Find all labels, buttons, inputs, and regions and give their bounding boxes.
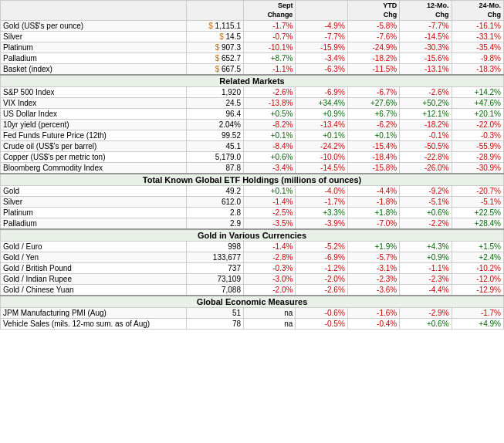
row-pct-4: -18.2%: [400, 120, 452, 130]
row-value: $ 667.5: [187, 64, 244, 76]
row-pct-1: +8.7%: [244, 53, 296, 64]
row-pct-1: -0.3%: [244, 263, 296, 274]
row-pct-3: -3.1%: [347, 263, 399, 274]
row-pct-3: -3.6%: [347, 285, 399, 296]
row-pct-2: -6.3%: [296, 64, 347, 76]
row-pct-5: -55.9%: [452, 141, 503, 152]
row-pct-2: -10.0%: [296, 152, 347, 163]
row-pct-2: -0.6%: [296, 308, 347, 319]
row-pct-1: +0.1%: [244, 186, 296, 197]
row-pct-1: na: [244, 319, 296, 330]
row-pct-3: -1.8%: [347, 197, 399, 208]
row-pct-4: +0.9%: [400, 252, 452, 263]
header-col1: [1, 1, 187, 21]
row-pct-3: -24.9%: [347, 42, 399, 53]
table-row: S&P 500 Index1,920-2.6%-6.9%-6.7%-2.6%+1…: [1, 87, 504, 98]
row-value: 51: [187, 308, 244, 319]
table-row: Silver612.0-1.4%-1.7%-1.8%-5.1%-5.1%: [1, 197, 504, 208]
row-pct-5: +20.1%: [452, 109, 503, 120]
table-row: Fed Funds Future Price (12th)99.52+0.1%+…: [1, 130, 504, 141]
row-pct-5: -1.7%: [452, 308, 503, 319]
row-pct-1: -0.7%: [244, 32, 296, 42]
row-pct-3: -5.7%: [347, 252, 399, 263]
row-pct-5: +22.5%: [452, 208, 503, 218]
row-pct-5: -12.0%: [452, 274, 503, 285]
row-pct-2: -3.9%: [296, 218, 347, 230]
row-label: Palladium: [1, 218, 187, 230]
row-pct-1: -2.0%: [244, 285, 296, 296]
row-pct-5: +2.4%: [452, 252, 503, 263]
row-value: 99.52: [187, 130, 244, 141]
table-row: Vehicle Sales (mils. 12-mo sum. as of Au…: [1, 319, 504, 330]
row-pct-2: -13.4%: [296, 120, 347, 130]
row-value: 45.1: [187, 141, 244, 152]
table-row: Silver$ 14.5-0.7%-7.7%-7.6%-14.5%-33.1%: [1, 32, 504, 42]
row-pct-4: -14.5%: [400, 32, 452, 42]
row-pct-1: -1.4%: [244, 197, 296, 208]
row-pct-2: +34.4%: [296, 98, 347, 109]
table-body: Gold (US$'s per ounce)$ 1,115.1-1.7%-4.9…: [1, 21, 504, 330]
row-pct-2: -6.9%: [296, 87, 347, 98]
row-pct-1: -3.4%: [244, 163, 296, 174]
row-label: Gold: [1, 186, 187, 197]
row-label: JPM Manufacturing PMI (Aug): [1, 308, 187, 319]
row-value: 5,179.0: [187, 152, 244, 163]
row-label: Vehicle Sales (mils. 12-mo sum. as of Au…: [1, 319, 187, 330]
row-pct-4: -7.7%: [400, 21, 452, 32]
row-pct-2: -15.9%: [296, 42, 347, 53]
row-label: Platinum: [1, 208, 187, 218]
row-pct-3: +0.1%: [347, 130, 399, 141]
row-pct-5: +14.2%: [452, 87, 503, 98]
row-pct-2: -2.0%: [296, 274, 347, 285]
header-col4: [296, 1, 347, 21]
row-pct-3: -18.4%: [347, 152, 399, 163]
row-label: Gold / British Pound: [1, 263, 187, 274]
row-pct-3: +1.8%: [347, 208, 399, 218]
row-pct-1: +0.1%: [244, 130, 296, 141]
table-row: Platinum2.8-2.5%+3.3%+1.8%+0.6%+22.5%: [1, 208, 504, 218]
row-pct-3: +27.6%: [347, 98, 399, 109]
table-row: Palladium$ 652.7+8.7%-3.4%-18.2%-15.6%-9…: [1, 53, 504, 64]
row-pct-5: -33.1%: [452, 32, 503, 42]
row-pct-2: -0.5%: [296, 319, 347, 330]
row-pct-2: -1.2%: [296, 263, 347, 274]
row-pct-3: -5.8%: [347, 21, 399, 32]
row-value: 133,677: [187, 252, 244, 263]
row-pct-4: -1.1%: [400, 263, 452, 274]
row-value: 612.0: [187, 197, 244, 208]
row-pct-5: -9.8%: [452, 53, 503, 64]
row-label: Gold / Chinese Yuan: [1, 285, 187, 296]
row-label: Crude oil (US$'s per barrel): [1, 141, 187, 152]
row-pct-5: -28.9%: [452, 152, 503, 163]
row-pct-4: +0.6%: [400, 319, 452, 330]
row-pct-4: +50.2%: [400, 98, 452, 109]
row-value: 1,920: [187, 87, 244, 98]
row-pct-1: -3.0%: [244, 274, 296, 285]
row-value: 73,109: [187, 274, 244, 285]
row-pct-3: -6.2%: [347, 120, 399, 130]
row-pct-1: -2.8%: [244, 252, 296, 263]
row-pct-3: -4.4%: [347, 186, 399, 197]
row-pct-5: -0.3%: [452, 130, 503, 141]
row-pct-4: +4.3%: [400, 242, 452, 252]
table-row: 10yr yield (percent)2.04%-8.2%-13.4%-6.2…: [1, 120, 504, 130]
table-row: Gold (US$'s per ounce)$ 1,115.1-1.7%-4.9…: [1, 21, 504, 32]
row-pct-2: -4.0%: [296, 186, 347, 197]
row-pct-4: -13.1%: [400, 64, 452, 76]
header-col3: SeptChange: [244, 1, 296, 21]
row-pct-5: +1.5%: [452, 242, 503, 252]
row-pct-3: -18.2%: [347, 53, 399, 64]
table-row: VIX Index24.5-13.8%+34.4%+27.6%+50.2%+47…: [1, 98, 504, 109]
table-row: Gold49.2+0.1%-4.0%-4.4%-9.2%-20.7%: [1, 186, 504, 197]
row-pct-4: -2.3%: [400, 274, 452, 285]
row-pct-4: -50.5%: [400, 141, 452, 152]
row-pct-5: -35.4%: [452, 42, 503, 53]
row-pct-4: -15.6%: [400, 53, 452, 64]
row-pct-1: -8.2%: [244, 120, 296, 130]
row-label: Silver: [1, 197, 187, 208]
row-pct-4: -5.1%: [400, 197, 452, 208]
row-label: S&P 500 Index: [1, 87, 187, 98]
table-row: Gold / British Pound737-0.3%-1.2%-3.1%-1…: [1, 263, 504, 274]
row-pct-2: +0.1%: [296, 130, 347, 141]
row-value: 87.8: [187, 163, 244, 174]
